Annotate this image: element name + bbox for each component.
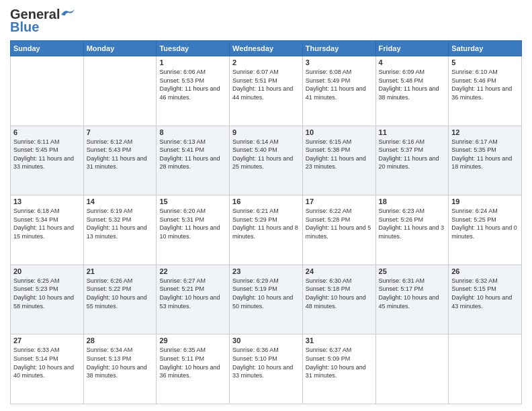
calendar-day-cell: 13 Sunrise: 6:18 AM Sunset: 5:34 PM Dayl… [11, 195, 84, 265]
day-number: 21 [87, 267, 154, 275]
day-number: 26 [451, 267, 519, 275]
sunrise-text: Sunrise: 6:33 AM [13, 347, 60, 353]
calendar-day-cell: 6 Sunrise: 6:11 AM Sunset: 5:45 PM Dayli… [11, 126, 84, 195]
calendar-day-cell: 17 Sunrise: 6:22 AM Sunset: 5:28 PM Dayl… [302, 195, 375, 265]
day-info: Sunrise: 6:12 AM Sunset: 5:43 PM Dayligh… [87, 138, 154, 171]
sunrise-text: Sunrise: 6:26 AM [87, 277, 133, 284]
calendar-day-cell: 18 Sunrise: 6:23 AM Sunset: 5:26 PM Dayl… [375, 195, 449, 265]
calendar-header-row: SundayMondayTuesdayWednesdayThursdayFrid… [11, 41, 522, 56]
calendar-day-cell: 21 Sunrise: 6:26 AM Sunset: 5:22 PM Dayl… [83, 265, 157, 334]
weekday-header: Wednesday [230, 41, 303, 56]
sunrise-text: Sunrise: 6:16 AM [379, 138, 425, 145]
calendar-day-cell: 2 Sunrise: 6:07 AM Sunset: 5:51 PM Dayli… [230, 56, 303, 126]
day-info: Sunrise: 6:14 AM Sunset: 5:40 PM Dayligh… [232, 138, 300, 171]
sunrise-text: Sunrise: 6:34 AM [87, 347, 133, 353]
daylight-text: Daylight: 11 hours and 3 minutes. [379, 224, 445, 240]
day-number: 19 [451, 197, 519, 205]
day-info: Sunrise: 6:21 AM Sunset: 5:29 PM Dayligh… [232, 207, 300, 240]
day-number: 9 [232, 128, 300, 136]
day-number: 24 [306, 267, 373, 275]
day-info: Sunrise: 6:06 AM Sunset: 5:53 PM Dayligh… [159, 68, 226, 101]
calendar-day-cell: 26 Sunrise: 6:32 AM Sunset: 5:15 PM Dayl… [449, 265, 522, 334]
daylight-text: Daylight: 11 hours and 44 minutes. [232, 85, 293, 101]
sunset-text: Sunset: 5:37 PM [379, 146, 424, 153]
calendar-day-cell: 14 Sunrise: 6:19 AM Sunset: 5:32 PM Dayl… [83, 195, 157, 265]
day-info: Sunrise: 6:26 AM Sunset: 5:22 PM Dayligh… [87, 277, 154, 310]
calendar-day-cell: 4 Sunrise: 6:09 AM Sunset: 5:48 PM Dayli… [375, 56, 449, 126]
day-number: 14 [87, 197, 154, 205]
sunset-text: Sunset: 5:19 PM [232, 285, 277, 292]
sunset-text: Sunset: 5:23 PM [13, 285, 58, 292]
sunrise-text: Sunrise: 6:32 AM [451, 277, 498, 284]
daylight-text: Daylight: 10 hours and 53 minutes. [159, 294, 220, 310]
sunset-text: Sunset: 5:38 PM [306, 146, 351, 153]
daylight-text: Daylight: 10 hours and 58 minutes. [13, 294, 74, 310]
day-info: Sunrise: 6:27 AM Sunset: 5:21 PM Dayligh… [159, 277, 226, 310]
day-info: Sunrise: 6:35 AM Sunset: 5:11 PM Dayligh… [159, 346, 226, 379]
day-info: Sunrise: 6:15 AM Sunset: 5:38 PM Dayligh… [306, 138, 373, 171]
weekday-header: Saturday [449, 41, 522, 56]
day-number: 7 [87, 128, 154, 136]
daylight-text: Daylight: 11 hours and 25 minutes. [232, 155, 293, 171]
sunset-text: Sunset: 5:45 PM [13, 146, 58, 153]
daylight-text: Daylight: 11 hours and 31 minutes. [87, 155, 147, 171]
sunset-text: Sunset: 5:40 PM [232, 146, 277, 153]
sunset-text: Sunset: 5:10 PM [232, 355, 277, 362]
sunset-text: Sunset: 5:11 PM [159, 355, 204, 362]
daylight-text: Daylight: 11 hours and 38 minutes. [379, 85, 439, 101]
sunrise-text: Sunrise: 6:09 AM [379, 68, 425, 75]
calendar-day-cell: 9 Sunrise: 6:14 AM Sunset: 5:40 PM Dayli… [230, 126, 303, 195]
daylight-text: Daylight: 10 hours and 45 minutes. [379, 294, 439, 310]
sunset-text: Sunset: 5:22 PM [87, 285, 132, 292]
calendar-day-cell: 7 Sunrise: 6:12 AM Sunset: 5:43 PM Dayli… [83, 126, 157, 195]
sunset-text: Sunset: 5:41 PM [159, 146, 204, 153]
sunrise-text: Sunrise: 6:07 AM [232, 68, 279, 75]
daylight-text: Daylight: 11 hours and 46 minutes. [159, 85, 220, 101]
sunset-text: Sunset: 5:09 PM [306, 355, 351, 362]
daylight-text: Daylight: 11 hours and 15 minutes. [13, 224, 74, 240]
calendar-day-cell [11, 56, 84, 126]
day-number: 23 [232, 267, 300, 275]
day-info: Sunrise: 6:19 AM Sunset: 5:32 PM Dayligh… [87, 207, 154, 240]
day-number: 5 [451, 58, 519, 66]
day-info: Sunrise: 6:09 AM Sunset: 5:48 PM Dayligh… [379, 68, 446, 101]
calendar-week-row: 1 Sunrise: 6:06 AM Sunset: 5:53 PM Dayli… [11, 56, 522, 126]
sunset-text: Sunset: 5:35 PM [451, 146, 496, 153]
sunset-text: Sunset: 5:53 PM [159, 77, 204, 84]
calendar-day-cell: 1 Sunrise: 6:06 AM Sunset: 5:53 PM Dayli… [157, 56, 230, 126]
day-number: 6 [13, 128, 81, 136]
calendar-day-cell: 16 Sunrise: 6:21 AM Sunset: 5:29 PM Dayl… [230, 195, 303, 265]
sunrise-text: Sunrise: 6:13 AM [159, 138, 206, 145]
day-number: 31 [306, 336, 373, 345]
sunrise-text: Sunrise: 6:36 AM [232, 347, 279, 353]
weekday-header: Tuesday [157, 41, 230, 56]
sunset-text: Sunset: 5:46 PM [451, 77, 496, 84]
day-number: 16 [232, 197, 300, 205]
day-info: Sunrise: 6:10 AM Sunset: 5:46 PM Dayligh… [451, 68, 519, 101]
sunset-text: Sunset: 5:31 PM [159, 216, 204, 223]
sunrise-text: Sunrise: 6:17 AM [451, 138, 498, 145]
day-number: 20 [13, 267, 81, 275]
daylight-text: Daylight: 11 hours and 8 minutes. [232, 224, 298, 240]
day-info: Sunrise: 6:07 AM Sunset: 5:51 PM Dayligh… [232, 68, 300, 101]
calendar-day-cell [375, 334, 449, 404]
day-info: Sunrise: 6:24 AM Sunset: 5:25 PM Dayligh… [451, 207, 519, 240]
calendar-day-cell: 29 Sunrise: 6:35 AM Sunset: 5:11 PM Dayl… [157, 334, 230, 404]
weekday-header: Sunday [11, 41, 84, 56]
daylight-text: Daylight: 10 hours and 55 minutes. [87, 294, 147, 310]
day-number: 29 [159, 336, 226, 345]
sunrise-text: Sunrise: 6:25 AM [13, 277, 60, 284]
calendar-week-row: 13 Sunrise: 6:18 AM Sunset: 5:34 PM Dayl… [11, 195, 522, 265]
logo-blue: Blue [10, 19, 39, 35]
day-info: Sunrise: 6:34 AM Sunset: 5:13 PM Dayligh… [87, 346, 154, 379]
day-number: 2 [232, 58, 300, 66]
daylight-text: Daylight: 10 hours and 48 minutes. [306, 294, 366, 310]
calendar-day-cell: 23 Sunrise: 6:29 AM Sunset: 5:19 PM Dayl… [230, 265, 303, 334]
sunrise-text: Sunrise: 6:06 AM [159, 68, 206, 75]
sunrise-text: Sunrise: 6:12 AM [87, 138, 133, 145]
sunset-text: Sunset: 5:48 PM [379, 77, 424, 84]
sunset-text: Sunset: 5:51 PM [232, 77, 277, 84]
sunrise-text: Sunrise: 6:21 AM [232, 208, 279, 214]
daylight-text: Daylight: 11 hours and 28 minutes. [159, 155, 220, 171]
calendar-day-cell: 5 Sunrise: 6:10 AM Sunset: 5:46 PM Dayli… [449, 56, 522, 126]
